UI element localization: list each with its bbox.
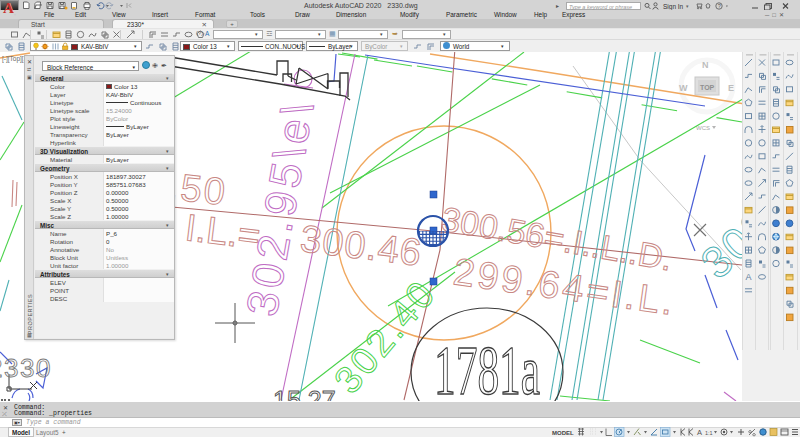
svg-text:E: E <box>728 83 734 93</box>
svg-text:WCS: WCS <box>696 125 710 131</box>
svg-text:A: A <box>697 428 702 437</box>
svg-text:TOP: TOP <box>700 84 715 91</box>
svg-text:2330: 2330 <box>0 353 52 383</box>
svg-text:N: N <box>702 60 709 70</box>
svg-text:15.27: 15.27 <box>273 386 336 402</box>
svg-text:?: ? <box>718 3 721 9</box>
svg-text:.50: .50 <box>166 165 229 213</box>
svg-text:1781a: 1781a <box>434 331 540 402</box>
svg-text:MODEL: MODEL <box>552 430 574 436</box>
svg-text:1:1: 1:1 <box>705 430 713 436</box>
svg-text:W: W <box>679 83 688 93</box>
svg-text:A: A <box>746 272 752 282</box>
